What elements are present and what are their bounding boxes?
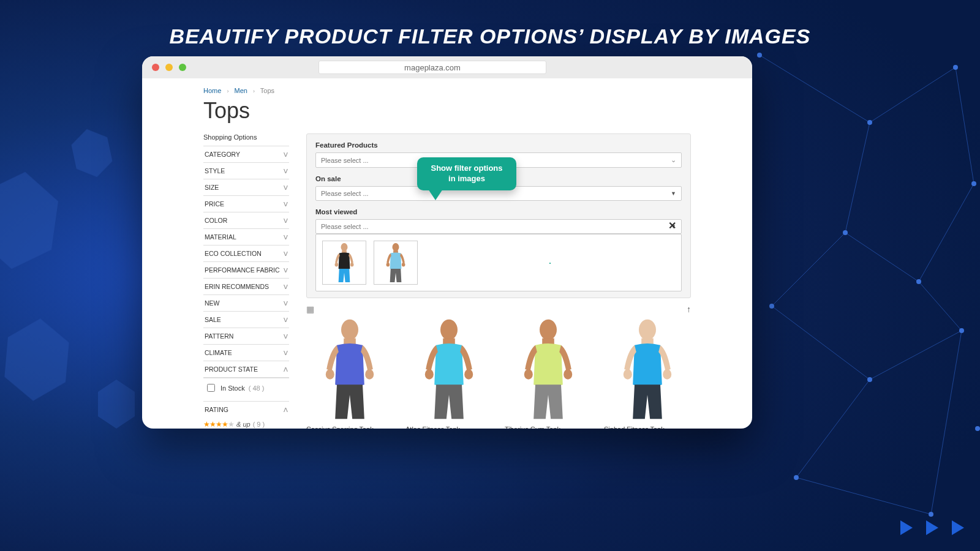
filter-sale[interactable]: SALEᐯ — [203, 311, 289, 328]
filter-new[interactable]: NEWᐯ — [203, 294, 289, 311]
svg-point-44 — [464, 369, 473, 380]
grid-view-icon[interactable]: ▦ — [306, 304, 314, 314]
svg-point-32 — [350, 263, 354, 267]
svg-point-48 — [564, 369, 572, 380]
maximize-window-icon[interactable] — [179, 64, 186, 71]
filter-product-state[interactable]: PRODUCT STATE ᐱ — [203, 361, 289, 378]
filter-rating[interactable]: RATING ᐱ — [203, 401, 289, 418]
product-name: Tiberius Gym Tank — [505, 425, 592, 429]
product-card[interactable]: Atlas Fitness TankAs low as $18.00 — [405, 318, 492, 429]
filter-label: ECO COLLECTION — [205, 250, 262, 257]
chevron-down-icon: ᐯ — [284, 300, 288, 307]
filter-performance-fabric[interactable]: PERFORMANCE FABRICᐯ — [203, 261, 289, 278]
filter-category[interactable]: CATEGORYᐯ — [203, 146, 289, 162]
product-name: Cassius Sparring Tank — [306, 425, 393, 429]
svg-line-3 — [956, 67, 974, 184]
product-card[interactable]: Sinbad Fitness TankAs low as $29.00 — [604, 318, 691, 429]
filter-color[interactable]: COLORᐯ — [203, 212, 289, 228]
svg-line-10 — [796, 478, 931, 514]
filter-climate[interactable]: CLIMATEᐯ — [203, 344, 289, 361]
mostviewed-label: Most viewed — [315, 208, 682, 216]
filter-label: PRODUCT STATE — [205, 365, 258, 373]
svg-line-11 — [931, 331, 962, 514]
product-card[interactable]: Tiberius Gym TankAs low as $18.00 — [505, 318, 592, 429]
filter-label: CLIMATE — [205, 349, 232, 356]
breadcrumb-home[interactable]: Home — [203, 87, 221, 94]
filter-size[interactable]: SIZEᐯ — [203, 179, 289, 195]
product-name: Sinbad Fitness Tank — [604, 425, 691, 429]
filter-label: MATERIAL — [205, 233, 236, 241]
featured-label: Featured Products — [315, 141, 682, 149]
svg-point-21 — [959, 328, 964, 333]
svg-point-16 — [843, 230, 848, 235]
filter-product-state-content: In Stock ( 48 ) — [203, 378, 289, 397]
svg-point-31 — [335, 263, 339, 267]
filter-label: PERFORMANCE FABRIC — [205, 266, 280, 274]
filter-panel: Show filter options in images Featured P… — [306, 133, 691, 298]
star-icons: ★★★★★ — [203, 420, 234, 429]
product-image — [306, 318, 393, 421]
svg-line-4 — [845, 233, 919, 282]
minimize-window-icon[interactable] — [165, 64, 173, 71]
svg-point-24 — [975, 426, 980, 431]
sort-ascending-icon[interactable]: ↑ — [687, 304, 691, 314]
svg-point-52 — [663, 369, 671, 380]
chevron-down-icon: ᐯ — [284, 184, 288, 191]
svg-line-12 — [919, 282, 962, 331]
svg-point-17 — [916, 279, 921, 284]
svg-point-18 — [971, 181, 976, 186]
filter-erin-recommends[interactable]: ERIN RECOMMENDSᐯ — [203, 278, 289, 294]
svg-point-51 — [624, 369, 632, 380]
filter-label: ERIN RECOMMENDS — [205, 283, 269, 290]
svg-line-0 — [760, 55, 870, 122]
svg-point-49 — [639, 320, 656, 340]
svg-point-15 — [953, 65, 958, 70]
chevron-down-icon: ⌄ — [671, 156, 676, 164]
browser-chrome: mageplaza.com — [142, 56, 752, 78]
chevron-down-icon: ᐯ — [284, 234, 288, 241]
chevron-down-icon: ᐯ — [284, 267, 288, 274]
onsale-placeholder: Please select ... — [321, 190, 369, 197]
svg-line-6 — [772, 233, 845, 306]
instock-option[interactable]: In Stock ( 48 ) — [205, 382, 288, 394]
filter-label: RATING — [205, 406, 228, 413]
filter-eco-collection[interactable]: ECO COLLECTIONᐯ — [203, 245, 289, 261]
filter-label: PRICE — [205, 200, 224, 208]
instock-count: ( 48 ) — [249, 384, 265, 392]
toolbar: ▦ ↑ — [306, 302, 691, 317]
close-window-icon[interactable] — [152, 64, 159, 71]
filter-label: STYLE — [205, 167, 225, 174]
filter-pattern[interactable]: PATTERNᐯ — [203, 328, 289, 344]
filter-option-thumbnail[interactable] — [322, 241, 366, 285]
chevron-up-icon: ᐱ — [284, 366, 288, 373]
product-name: Atlas Fitness Tank — [405, 425, 492, 429]
product-image — [604, 318, 691, 421]
chevron-down-icon: ᐯ — [284, 250, 288, 257]
filter-material[interactable]: MATERIALᐯ — [203, 228, 289, 245]
svg-point-19 — [769, 304, 774, 309]
browser-window: mageplaza.com Home › Men › Tops Tops Sho… — [142, 56, 752, 429]
mostviewed-select[interactable]: Please select ... ▼ — [315, 219, 682, 234]
rating-option-4stars[interactable]: ★★★★★ & up ( 9 ) — [203, 418, 289, 429]
url-bar[interactable]: mageplaza.com — [318, 61, 546, 74]
product-card[interactable]: Cassius Sparring TankAs low as $18.00 — [306, 318, 393, 429]
sidebar-title: Shopping Options — [203, 133, 289, 141]
svg-point-39 — [326, 369, 334, 380]
svg-point-33 — [393, 243, 399, 251]
breadcrumb-men[interactable]: Men — [234, 87, 247, 94]
svg-marker-28 — [98, 380, 135, 429]
filter-label: CATEGORY — [205, 151, 240, 158]
filter-label: NEW — [205, 299, 220, 307]
close-icon[interactable]: ✕ — [668, 220, 676, 231]
svg-line-8 — [870, 331, 962, 380]
filter-style[interactable]: STYLEᐯ — [203, 162, 289, 179]
svg-point-13 — [757, 53, 762, 58]
mostviewed-placeholder: Please select ... — [321, 223, 369, 230]
instock-checkbox[interactable] — [207, 384, 215, 392]
filter-price[interactable]: PRICEᐯ — [203, 195, 289, 212]
filter-label: PATTERN — [205, 332, 233, 340]
page-title: Tops — [203, 98, 691, 124]
filter-option-thumbnail[interactable] — [374, 241, 418, 285]
svg-marker-27 — [2, 316, 70, 403]
svg-point-47 — [524, 369, 533, 380]
